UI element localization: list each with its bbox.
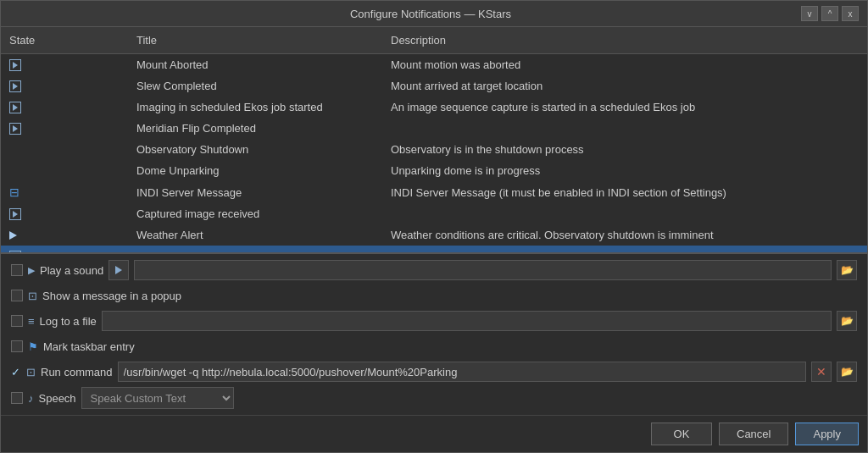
window-title: Configure Notifications — KStars <box>60 8 801 20</box>
table-row[interactable]: Mount ParkingMount parking is in progres… <box>1 246 867 253</box>
state-cell: ⊟ <box>1 183 128 202</box>
table-row[interactable]: Weather AlertWeather conditions are crit… <box>1 224 867 246</box>
run-command-input[interactable] <box>118 362 806 382</box>
mark-taskbar-row: ⚑ Mark taskbar entry <box>8 334 860 359</box>
table-row[interactable]: Observatory ShutdownObservatory is in th… <box>1 139 867 160</box>
description-cell: An image sequence capture is started in … <box>382 98 867 116</box>
description-cell: Mount arrived at target location <box>382 77 867 95</box>
apply-button[interactable]: Apply <box>795 423 859 445</box>
mark-taskbar-icon: ⚑ <box>28 340 38 353</box>
title-cell: INDI Server Message <box>128 183 382 202</box>
play-sound-input[interactable] <box>134 260 832 280</box>
run-command-icon: ⊡ <box>26 366 36 378</box>
table-row[interactable]: Imaging in scheduled Ekos job startedAn … <box>1 97 867 118</box>
description-cell <box>382 205 867 223</box>
table-row[interactable]: Dome UnparkingUnparking dome is in progr… <box>1 160 867 181</box>
show-popup-checkbox[interactable] <box>11 290 23 301</box>
maximize-button[interactable]: ^ <box>821 6 838 21</box>
log-file-label[interactable]: Log to a file <box>40 315 97 328</box>
play-outline-icon <box>9 59 21 71</box>
title-cell: Imaging in scheduled Ekos job started <box>128 98 382 116</box>
mark-taskbar-checkbox[interactable] <box>11 340 23 352</box>
run-command-label[interactable]: Run command <box>41 366 113 378</box>
state-cell <box>1 56 128 74</box>
title-cell: Mount Aborted <box>128 56 382 74</box>
table-body: Mount AbortedMount motion was abortedSle… <box>1 54 867 253</box>
state-cell <box>1 119 128 137</box>
speech-checkbox[interactable] <box>11 392 23 404</box>
speech-dropdown[interactable]: Speak Custom TextSpeak Event Name <box>81 387 234 409</box>
description-cell <box>382 119 867 137</box>
title-cell: Meridian Flip Completed <box>128 119 382 137</box>
play-outline-icon <box>9 102 21 113</box>
play-sound-browse-button[interactable]: 📂 <box>837 260 857 280</box>
arrow-icon <box>9 231 17 240</box>
log-file-icon: ≡ <box>28 315 35 328</box>
description-cell: INDI Server Message (it must be enabled … <box>382 183 867 202</box>
state-cell <box>1 247 128 253</box>
speech-label[interactable]: Speech <box>39 392 76 405</box>
table-row[interactable]: Mount AbortedMount motion was aborted <box>1 54 867 75</box>
close-button[interactable]: x <box>842 6 859 21</box>
main-window: Configure Notifications — KStars v ^ x S… <box>0 0 868 453</box>
play-sound-icon: ▶ <box>28 265 35 276</box>
title-cell: Slew Completed <box>128 77 382 95</box>
play-sound-play-button[interactable] <box>108 260 129 280</box>
run-command-row: ✓ ⊡ Run command ✕ 📂 <box>8 359 860 384</box>
speech-row: ♪ Speech Speak Custom TextSpeak Event Na… <box>8 384 860 412</box>
header-description: Description <box>382 30 867 50</box>
description-cell: Weather conditions are critical. Observa… <box>382 226 867 244</box>
state-cell <box>1 226 128 244</box>
speech-icon: ♪ <box>28 392 34 405</box>
minimize-button[interactable]: v <box>801 6 818 21</box>
description-cell: Unparking dome is in progress <box>382 162 867 180</box>
log-file-checkbox[interactable] <box>11 315 23 327</box>
log-file-input[interactable] <box>102 311 832 331</box>
description-cell: Observatory is in the shutdown process <box>382 141 867 158</box>
show-popup-label[interactable]: Show a message in a popup <box>42 290 181 302</box>
play-outline-icon <box>9 80 21 92</box>
title-cell: Dome Unparking <box>128 162 382 180</box>
content-area: State Title Description Mount AbortedMou… <box>1 27 867 452</box>
state-cell <box>1 141 128 158</box>
show-popup-row: ⊡ Show a message in a popup <box>8 283 860 308</box>
play-sound-checkbox[interactable] <box>11 264 23 276</box>
options-panel: ▶ Play a sound 📂 ⊡ Show a message in a p… <box>1 253 867 415</box>
play-outline-icon <box>9 251 21 254</box>
table-row[interactable]: Captured image received <box>1 203 867 224</box>
play-outline-icon <box>9 123 21 135</box>
state-cell <box>1 77 128 95</box>
table-row[interactable]: Slew CompletedMount arrived at target lo… <box>1 75 867 97</box>
title-cell: Weather Alert <box>128 226 382 244</box>
log-file-browse-button[interactable]: 📂 <box>837 311 857 331</box>
description-cell: Mount parking is in progress <box>382 247 867 253</box>
log-file-row: ≡ Log to a file 📂 <box>8 308 860 334</box>
table-header: State Title Description <box>1 27 867 54</box>
table-row[interactable]: ⊟INDI Server MessageINDI Server Message … <box>1 181 867 203</box>
window-controls: v ^ x <box>801 6 859 21</box>
play-sound-label[interactable]: Play a sound <box>40 264 103 277</box>
description-cell: Mount motion was aborted <box>382 56 867 74</box>
title-bar: Configure Notifications — KStars v ^ x <box>1 1 867 27</box>
notifications-table-container: State Title Description Mount AbortedMou… <box>1 27 867 253</box>
title-cell: Captured image received <box>128 205 382 223</box>
state-cell <box>1 162 128 180</box>
button-row: OK Cancel Apply <box>1 415 867 452</box>
title-cell: Mount Parking <box>128 247 382 253</box>
play-sound-row: ▶ Play a sound 📂 <box>8 257 860 283</box>
ok-button[interactable]: OK <box>651 423 712 445</box>
table-row[interactable]: Meridian Flip Completed <box>1 118 867 139</box>
state-cell <box>1 205 128 223</box>
chat-icon: ⊟ <box>9 185 19 199</box>
play-outline-icon <box>9 208 21 220</box>
state-cell <box>1 98 128 116</box>
cancel-button[interactable]: Cancel <box>719 423 788 445</box>
show-popup-icon: ⊡ <box>28 290 37 302</box>
title-cell: Observatory Shutdown <box>128 141 382 158</box>
header-state: State <box>1 30 128 50</box>
run-command-check-mark: ✓ <box>11 366 21 378</box>
mark-taskbar-label[interactable]: Mark taskbar entry <box>43 340 135 353</box>
run-command-clear-button[interactable]: ✕ <box>811 362 832 382</box>
run-command-browse-button[interactable]: 📂 <box>837 362 857 382</box>
header-title: Title <box>128 30 382 50</box>
